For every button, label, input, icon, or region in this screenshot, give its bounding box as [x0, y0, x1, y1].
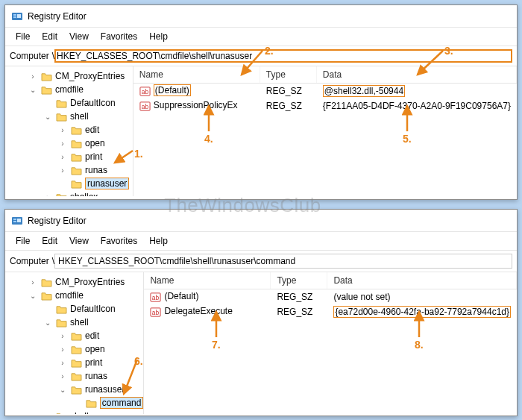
svg-rect-1 — [13, 14, 16, 16]
tree-item-selected[interactable]: command — [5, 396, 143, 410]
folder-icon — [56, 98, 67, 108]
tree-label: CM_ProxyEntries — [55, 71, 125, 81]
tree-item[interactable]: ⌄runasuser — [5, 383, 143, 396]
tree-item[interactable]: ›open — [5, 342, 143, 356]
cell-type: REG_SZ — [260, 86, 317, 96]
tree-item[interactable]: ›runas — [5, 369, 143, 383]
menu-help[interactable]: Help — [143, 29, 174, 44]
menu-file[interactable]: File — [10, 233, 36, 248]
folder-icon — [71, 152, 82, 162]
menu-view[interactable]: View — [63, 29, 95, 44]
tree-item[interactable]: ›edit — [5, 123, 133, 137]
chevron-right-icon[interactable]: › — [57, 126, 68, 134]
list-header: Name Type Data — [133, 66, 517, 84]
chevron-right-icon[interactable]: › — [57, 332, 68, 340]
titlebar[interactable]: Registry Editor — [5, 5, 517, 28]
chevron-down-icon[interactable]: ⌄ — [57, 386, 68, 394]
list-pane[interactable]: Name Type Data ab(Default) REG_SZ (value… — [144, 272, 517, 414]
tree-label: shell — [70, 111, 89, 122]
chevron-right-icon[interactable]: › — [43, 413, 53, 415]
address-path[interactable]: HKEY_CLASSES_ROOT\cmdfile\shell\runasuse… — [54, 49, 512, 63]
row-name: DelegateExecute — [164, 306, 232, 316]
body-split: ›CM_ProxyEntries ⌄cmdfile DefaultIcon ⌄s… — [5, 66, 517, 196]
folder-icon — [41, 85, 52, 95]
tree-item[interactable]: ›runas — [5, 163, 133, 177]
tree-item[interactable]: ⌄cmdfile — [5, 289, 143, 302]
tree-item[interactable]: ›open — [5, 137, 133, 150]
chevron-right-icon[interactable]: › — [28, 278, 38, 286]
addressbar: Computer \ HKEY_CLASSES_ROOT\cmdfile\she… — [5, 46, 517, 66]
menu-edit[interactable]: Edit — [36, 29, 63, 44]
titlebar[interactable]: Registry Editor — [5, 210, 517, 232]
address-label: Computer — [10, 51, 49, 61]
chevron-down-icon[interactable]: ⌄ — [43, 113, 53, 121]
tree-item[interactable]: ›CM_ProxyEntries — [5, 275, 143, 289]
tree-item[interactable]: DefaultIcon — [5, 302, 143, 316]
chevron-down-icon[interactable]: ⌄ — [43, 319, 53, 327]
list-row[interactable]: abDelegateExecute REG_SZ {ea72d00e-4960-… — [144, 304, 517, 319]
list-row[interactable]: abSuppressionPolicyEx REG_SZ {F211AA05-D… — [133, 98, 517, 113]
tree-item[interactable]: ›edit — [5, 329, 143, 342]
chevron-down-icon[interactable]: ⌄ — [28, 86, 38, 94]
regedit-icon — [11, 10, 23, 22]
tree-item[interactable]: ›shellex — [5, 410, 143, 414]
tree-item[interactable]: ⌄shell — [5, 316, 143, 329]
chevron-right-icon[interactable]: › — [57, 359, 68, 367]
folder-icon — [71, 358, 82, 368]
tree-label: print — [85, 357, 102, 368]
chevron-right-icon[interactable]: › — [57, 166, 68, 175]
list-pane[interactable]: Name Type Data ab(Default) REG_SZ @shell… — [133, 66, 517, 196]
col-type[interactable]: Type — [271, 272, 327, 289]
menu-help[interactable]: Help — [143, 233, 174, 248]
list-row[interactable]: ab(Default) REG_SZ (value not set) — [144, 289, 517, 304]
menu-favorites[interactable]: Favorites — [95, 29, 143, 44]
chevron-right-icon[interactable]: › — [57, 153, 68, 161]
chevron-right-icon[interactable]: › — [57, 372, 68, 380]
tree-item[interactable]: ›print — [5, 150, 133, 163]
body-split: ›CM_ProxyEntries ⌄cmdfile DefaultIcon ⌄s… — [5, 272, 517, 414]
col-name[interactable]: Name — [144, 272, 271, 289]
col-type[interactable]: Type — [260, 66, 317, 83]
tree-item[interactable]: ⌄cmdfile — [5, 83, 133, 96]
tree-item[interactable]: ›CM_ProxyEntries — [5, 69, 133, 83]
svg-rect-9 — [13, 219, 16, 220]
list-row[interactable]: ab(Default) REG_SZ @shell32.dll,-50944 — [133, 84, 517, 98]
tree-item-selected[interactable]: runasuser — [5, 177, 133, 190]
tree-label: runas — [85, 371, 107, 381]
folder-icon — [71, 125, 82, 135]
tree-pane[interactable]: ›CM_ProxyEntries ⌄cmdfile DefaultIcon ⌄s… — [5, 272, 144, 414]
chevron-right-icon[interactable]: › — [28, 72, 38, 81]
address-path[interactable]: HKEY_CLASSES_ROOT\cmdfile\shell\runasuse… — [54, 254, 512, 269]
menu-favorites[interactable]: Favorites — [95, 233, 143, 248]
menubar: File Edit View Favorites Help — [5, 28, 517, 46]
menu-edit[interactable]: Edit — [36, 233, 63, 248]
string-icon: ab — [139, 86, 151, 97]
row-data: @shell32.dll,-50944 — [323, 85, 405, 97]
folder-icon — [71, 372, 82, 381]
tree-label: DefaultIcon — [70, 98, 116, 108]
tree-item[interactable]: ›print — [5, 356, 143, 369]
col-data[interactable]: Data — [327, 272, 517, 289]
tree-item[interactable]: ›shellex — [5, 190, 133, 196]
chevron-right-icon[interactable]: › — [43, 193, 53, 197]
cell-data: (value not set) — [327, 292, 517, 302]
chevron-right-icon[interactable]: › — [57, 140, 68, 148]
chevron-right-icon[interactable]: › — [57, 345, 68, 354]
tree-label: runas — [85, 165, 107, 175]
cell-data: {F211AA05-D4DF-4370-A2A0-9F19C09756A7} — [317, 101, 517, 111]
menu-file[interactable]: File — [10, 29, 36, 44]
tree-label: DefaultIcon — [70, 304, 116, 314]
window-title: Registry Editor — [28, 11, 87, 22]
col-data[interactable]: Data — [317, 66, 517, 83]
chevron-down-icon[interactable]: ⌄ — [28, 292, 38, 300]
folder-icon — [41, 291, 52, 301]
col-name[interactable]: Name — [133, 66, 260, 83]
tree-pane[interactable]: ›CM_ProxyEntries ⌄cmdfile DefaultIcon ⌄s… — [5, 66, 133, 196]
folder-icon — [56, 412, 67, 415]
tree-item[interactable]: DefaultIcon — [5, 96, 133, 110]
tree-item[interactable]: ⌄shell — [5, 110, 133, 123]
svg-text:ab: ab — [142, 103, 149, 110]
menu-view[interactable]: View — [63, 233, 95, 248]
row-data: {ea72d00e-4960-42fa-ba92-7792a7944c1d} — [333, 306, 511, 318]
tree-label: runasuser — [85, 178, 129, 189]
